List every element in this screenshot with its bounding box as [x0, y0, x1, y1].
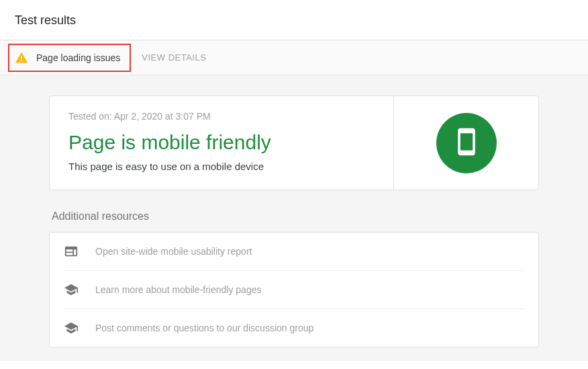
verdict-title: Page is mobile friendly	[68, 131, 375, 154]
content-area: Tested on: Apr 2, 2020 at 3:07 PM Page i…	[0, 75, 588, 361]
resources-heading: Additional resources	[49, 210, 539, 222]
smartphone-icon	[452, 127, 481, 159]
result-icon-block	[394, 96, 538, 190]
tested-on-text: Tested on: Apr 2, 2020 at 3:07 PM	[68, 111, 375, 122]
resource-label: Post comments or questions to our discus…	[95, 323, 313, 333]
issues-label: Page loading issues	[36, 52, 120, 63]
page-header: Test results	[0, 0, 588, 40]
view-details-link[interactable]: VIEW DETAILS	[142, 52, 206, 63]
warning-icon	[15, 51, 28, 65]
issues-bar: Page loading issues VIEW DETAILS	[0, 40, 588, 75]
page-title: Test results	[15, 13, 573, 28]
result-text-block: Tested on: Apr 2, 2020 at 3:07 PM Page i…	[50, 96, 394, 190]
resources-card: Open site-wide mobile usability report L…	[49, 232, 539, 347]
resource-label: Learn more about mobile-friendly pages	[95, 284, 261, 295]
additional-resources: Additional resources Open site-wide mobi…	[49, 210, 539, 347]
web-icon	[63, 243, 79, 259]
resource-item-discussion-group[interactable]: Post comments or questions to our discus…	[63, 309, 525, 347]
verdict-subtext: This page is easy to use on a mobile dev…	[68, 161, 375, 172]
resource-item-usability-report[interactable]: Open site-wide mobile usability report	[63, 233, 525, 271]
school-icon	[63, 320, 79, 336]
page-loading-issues-highlight[interactable]: Page loading issues	[8, 44, 131, 72]
resource-item-learn-more[interactable]: Learn more about mobile-friendly pages	[63, 271, 525, 309]
result-card: Tested on: Apr 2, 2020 at 3:07 PM Page i…	[49, 95, 539, 190]
school-icon	[63, 282, 79, 298]
resource-label: Open site-wide mobile usability report	[95, 246, 252, 257]
phone-badge	[436, 113, 497, 173]
